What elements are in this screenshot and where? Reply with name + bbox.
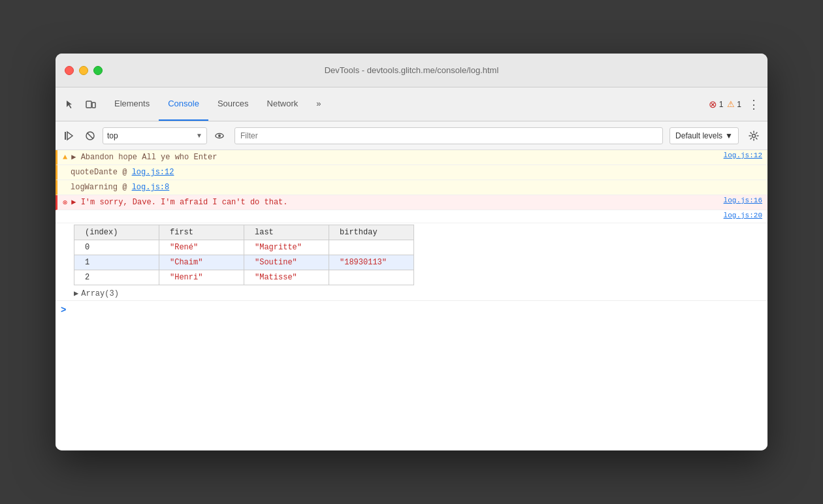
array-expandable[interactable]: ▶ Array(3) xyxy=(56,287,767,300)
prompt-symbol: > xyxy=(61,305,66,315)
device-icon xyxy=(86,99,96,110)
tabbar-right: ⊗ 1 ⚠ 1 ⋮ xyxy=(709,87,762,121)
levels-arrow: ▼ xyxy=(725,131,733,140)
close-button[interactable] xyxy=(65,66,74,75)
device-toggle-button[interactable] xyxy=(82,95,100,114)
table-row: 0"René""Magritte" xyxy=(74,240,414,255)
warning-message[interactable]: ▶ Abandon hope All ye who Enter xyxy=(71,151,715,163)
log-entry-error: ⊗ ▶ I'm sorry, Dave. I'm afraid I can't … xyxy=(56,195,767,210)
tab-console[interactable]: Console xyxy=(159,87,208,121)
error-badge: ⊗ 1 xyxy=(709,99,724,110)
block-requests-button[interactable] xyxy=(82,127,99,144)
levels-label: Default levels xyxy=(675,131,722,140)
error-location[interactable]: log.js:16 xyxy=(716,197,762,204)
log-stack-2: logWarning @ log.js:8 xyxy=(56,180,767,195)
context-select[interactable]: top ▼ xyxy=(103,127,207,144)
cursor-icon xyxy=(65,99,75,110)
col-header-last: last xyxy=(244,225,329,240)
table-header-row: (index) first last birthday xyxy=(74,225,414,240)
chevron-down-icon: ▼ xyxy=(196,132,202,139)
execute-icon xyxy=(64,131,74,141)
maximize-button[interactable] xyxy=(93,66,103,75)
warning-badge: ⚠ 1 xyxy=(727,99,741,109)
svg-line-4 xyxy=(88,133,93,138)
stack-link-2[interactable]: log.js:8 xyxy=(132,183,170,192)
stack-frame-2: logWarning @ log.js:8 xyxy=(71,181,762,193)
more-options-button[interactable]: ⋮ xyxy=(745,97,762,112)
error-icon: ⊗ xyxy=(709,99,717,110)
eye-icon xyxy=(214,131,225,141)
table-row: 1"Chaim""Soutine""18930113" xyxy=(74,255,414,270)
error-circle-icon: ⊗ xyxy=(63,198,67,208)
console-prompt: > xyxy=(56,300,767,319)
col-header-birthday: birthday xyxy=(329,225,414,240)
svg-rect-0 xyxy=(86,101,91,108)
inspect-element-button[interactable] xyxy=(61,95,79,114)
table-row: 2"Henri""Matisse" xyxy=(74,270,414,285)
live-expressions-button[interactable] xyxy=(211,127,228,144)
array-label: Array(3) xyxy=(81,289,119,298)
filter-input[interactable] xyxy=(234,127,663,144)
levels-dropdown[interactable]: Default levels ▼ xyxy=(670,127,739,144)
stack-link-1[interactable]: log.js:12 xyxy=(132,168,174,177)
devtools-window: DevTools - devtools.glitch.me/console/lo… xyxy=(56,54,767,450)
array-expand-icon: ▶ xyxy=(74,289,78,298)
log-entry-warning: ▲ ▶ Abandon hope All ye who Enter log.js… xyxy=(56,150,767,165)
svg-point-6 xyxy=(218,134,221,137)
warning-icon: ⚠ xyxy=(727,99,735,109)
window-title: DevTools - devtools.glitch.me/console/lo… xyxy=(325,65,499,75)
warning-triangle-icon: ▲ xyxy=(63,153,67,162)
tab-network[interactable]: Network xyxy=(258,87,308,121)
table-body: 0"René""Magritte"1"Chaim""Soutine""18930… xyxy=(74,240,414,285)
tab-elements[interactable]: Elements xyxy=(105,87,159,121)
execute-script-button[interactable] xyxy=(61,127,78,144)
warning-location[interactable]: log.js:12 xyxy=(716,151,762,159)
svg-rect-2 xyxy=(65,132,66,140)
console-toolbar: top ▼ Default levels ▼ xyxy=(56,121,767,150)
svg-rect-1 xyxy=(92,102,95,108)
col-header-index: (index) xyxy=(74,225,159,240)
settings-button[interactable] xyxy=(745,127,762,144)
traffic-lights xyxy=(65,66,103,75)
svg-point-7 xyxy=(752,134,756,137)
log-stack-1: quoteDante @ log.js:12 xyxy=(56,165,767,180)
tabbar-left-icons xyxy=(61,87,100,121)
tabbar: Elements Console Sources Network » ⊗ 1 ⚠… xyxy=(56,87,767,121)
stack-frame-1: quoteDante @ log.js:12 xyxy=(71,166,762,178)
tab-sources[interactable]: Sources xyxy=(208,87,258,121)
console-data-table: (index) first last birthday 0"René""Magr… xyxy=(74,225,414,285)
console-input[interactable] xyxy=(70,306,762,315)
minimize-button[interactable] xyxy=(79,66,88,75)
col-header-first: first xyxy=(159,225,244,240)
error-message[interactable]: ▶ I'm sorry, Dave. I'm afraid I can't do… xyxy=(71,197,715,208)
context-select-text: top xyxy=(107,131,193,140)
table-location[interactable]: log.js:20 xyxy=(716,212,762,219)
console-output: ▲ ▶ Abandon hope All ye who Enter log.js… xyxy=(56,150,767,450)
table-location-row: log.js:20 xyxy=(56,210,767,223)
tab-more[interactable]: » xyxy=(307,87,330,121)
block-icon xyxy=(85,131,95,141)
gear-icon xyxy=(749,131,759,141)
titlebar: DevTools - devtools.glitch.me/console/lo… xyxy=(56,54,767,87)
